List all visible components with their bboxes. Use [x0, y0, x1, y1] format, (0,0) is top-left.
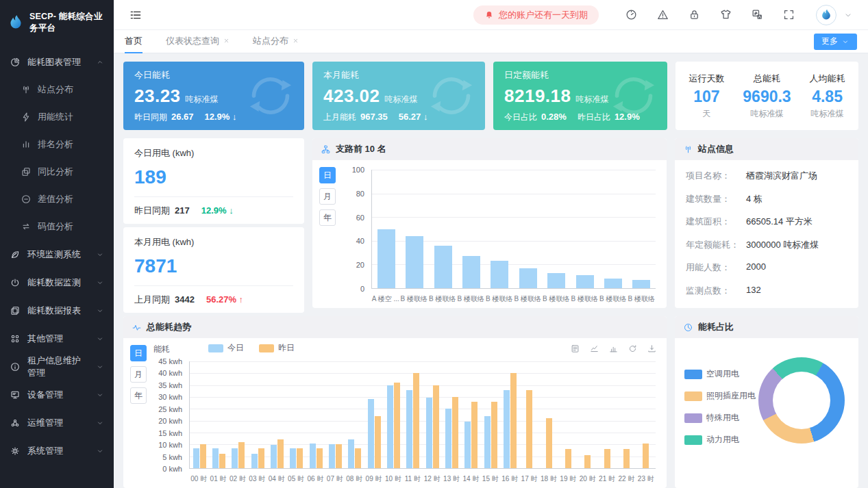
- kpi-footer-value: 0.28%: [541, 112, 567, 122]
- legend-swatch: [684, 413, 702, 423]
- energy-share-header: 能耗占比: [675, 316, 858, 338]
- panels-grid: 今日用电 (kwh)189昨日同期21712.9% ↓本月用电 (kwh)787…: [123, 138, 858, 488]
- sidebar-subitem-码值分析[interactable]: 码值分析: [0, 213, 114, 240]
- y-tick-label: 40: [356, 237, 364, 245]
- refresh-icon[interactable]: [628, 344, 638, 354]
- bar-group: [387, 361, 400, 468]
- sidebar-item-6[interactable]: 设备管理: [0, 381, 114, 409]
- tab-首页[interactable]: 首页: [125, 30, 142, 53]
- sidebar-subitem-差值分析[interactable]: 差值分析: [0, 185, 114, 213]
- bar-group: [484, 361, 497, 468]
- line-chart-icon[interactable]: [589, 344, 599, 354]
- usage-compare-label: 上月同期: [134, 294, 170, 306]
- branch-period-toggles: 日月年: [319, 167, 336, 304]
- sidebar-item-5[interactable]: 租户信息维护管理: [0, 352, 114, 381]
- tab-close-icon[interactable]: [223, 38, 230, 44]
- period-toggle-年[interactable]: 年: [319, 209, 336, 226]
- site-info-row: 上线时间：20191225: [686, 307, 847, 308]
- sidebar-item-2[interactable]: 能耗数据监测: [0, 268, 114, 296]
- user-menu-chevron-down-icon[interactable]: [843, 10, 853, 20]
- lock-icon[interactable]: [688, 8, 701, 21]
- stat-unit: 天: [689, 108, 724, 120]
- donut-legend-item-特殊用电[interactable]: 特殊用电: [684, 412, 756, 424]
- bar: [547, 273, 565, 288]
- sidebar-subitem-同比分析[interactable]: 同比分析: [0, 158, 114, 185]
- x-tick-label: 09 时: [364, 474, 383, 484]
- kpi-footer-value: 967.35: [360, 112, 388, 122]
- period-toggle-年[interactable]: 年: [130, 387, 147, 404]
- bar-昨日: [584, 455, 591, 468]
- sidebar-subitem-label: 站点分布: [38, 84, 73, 96]
- more-tabs-label: 更多: [821, 36, 838, 47]
- collapse-sidebar-icon[interactable]: [129, 8, 142, 22]
- tab-站点分布[interactable]: 站点分布: [253, 30, 299, 53]
- stat-总能耗: 总能耗9690.3吨标准煤: [743, 73, 791, 120]
- legend-swatch: [208, 344, 223, 352]
- more-tabs-button[interactable]: 更多: [814, 34, 857, 50]
- bar-group: [310, 361, 323, 468]
- sidebar-item-label: 能耗图表管理: [27, 56, 81, 68]
- period-toggle-月[interactable]: 月: [319, 188, 336, 205]
- bar-今日: [484, 416, 491, 468]
- energy-trend-title: 总能耗趋势: [147, 321, 191, 333]
- x-tick-label: 05 时: [286, 474, 306, 484]
- sidebar-subitem-站点分布[interactable]: 站点分布: [0, 76, 114, 103]
- stat-运行天数: 运行天数107天: [689, 73, 724, 120]
- x-tick-label: 04 时: [267, 474, 286, 484]
- site-info-value: 栖霞湖滨财富广场: [746, 170, 817, 182]
- sidebar-item-4[interactable]: 其他管理: [0, 324, 114, 352]
- period-toggle-日[interactable]: 日: [319, 167, 336, 183]
- download-icon[interactable]: [647, 344, 657, 354]
- donut-legend-item-空调用电[interactable]: 空调用电: [684, 368, 756, 380]
- legend-item-昨日[interactable]: 昨日: [259, 342, 295, 354]
- warning-icon[interactable]: [656, 8, 669, 21]
- tab-close-icon[interactable]: [293, 38, 299, 44]
- sidebar-item-8[interactable]: 系统管理: [0, 437, 114, 465]
- account-expiry-alert[interactable]: 您的账户还有一天到期: [473, 5, 599, 25]
- kpi-footer-label: 上月能耗: [323, 112, 356, 123]
- x-tick-label: B 楼联络: [599, 294, 628, 304]
- data-view-icon[interactable]: [570, 344, 580, 354]
- tab-仪表状态查询[interactable]: 仪表状态查询: [166, 30, 230, 53]
- fullscreen-icon[interactable]: [782, 8, 795, 21]
- bar-group: [526, 361, 532, 468]
- bar-昨日: [277, 439, 284, 468]
- y-tick-label: 15 kwh: [158, 429, 182, 437]
- sidebar-subitem-排名分析[interactable]: 排名分析: [0, 131, 114, 158]
- sidebar-item-0[interactable]: 能耗图表管理: [0, 48, 114, 76]
- topbar: 您的账户还有一天到期: [114, 0, 868, 30]
- chevron-down-icon: [96, 251, 104, 259]
- y-tick-label: 35 kwh: [158, 381, 182, 389]
- y-tick-label: 20: [356, 261, 364, 269]
- kpi-footer-value: 12.9% ↓: [205, 112, 237, 122]
- sidebar-subitem-用能统计[interactable]: 用能统计: [0, 103, 114, 131]
- bar-group-cell: [364, 361, 384, 468]
- site-info-title: 站点信息: [698, 143, 734, 155]
- legend-item-今日[interactable]: 今日: [208, 342, 244, 354]
- avatar[interactable]: [816, 5, 836, 25]
- kpi-card-本月能耗: 本月能耗423.02吨标准煤上月能耗967.3556.27 ↓: [312, 62, 485, 130]
- bar: [377, 229, 395, 289]
- y-axis-name: 能耗: [153, 344, 170, 355]
- compare-icon: [21, 166, 32, 177]
- gauge-icon[interactable]: [625, 8, 638, 21]
- legend-label: 空调用电: [706, 368, 739, 380]
- donut-legend-item-动力用电[interactable]: 动力用电: [684, 434, 756, 446]
- bar-昨日: [258, 448, 264, 468]
- sidebar-item-7[interactable]: 运维管理: [0, 409, 114, 437]
- y-tick-label: 100: [352, 166, 364, 174]
- period-toggle-日[interactable]: 日: [130, 345, 147, 361]
- sidebar-item-3[interactable]: 能耗数据报表: [0, 296, 114, 324]
- bar-group: [212, 361, 225, 468]
- usage-title: 今日用电 (kwh): [134, 147, 293, 159]
- sidebar-item-1[interactable]: 环境监测系统: [0, 240, 114, 268]
- period-toggle-月[interactable]: 月: [130, 366, 147, 383]
- translate-icon[interactable]: [751, 8, 764, 21]
- donut-legend-item-照明插座用电[interactable]: 照明插座用电: [684, 390, 756, 402]
- bar-chart-icon[interactable]: [608, 344, 619, 354]
- x-tick-label: 02 时: [228, 474, 247, 484]
- bar-今日: [271, 445, 277, 468]
- shirt-icon[interactable]: [719, 8, 732, 21]
- bar-昨日: [394, 383, 400, 468]
- app-title: SECP- 能耗综合业务平台: [29, 11, 107, 34]
